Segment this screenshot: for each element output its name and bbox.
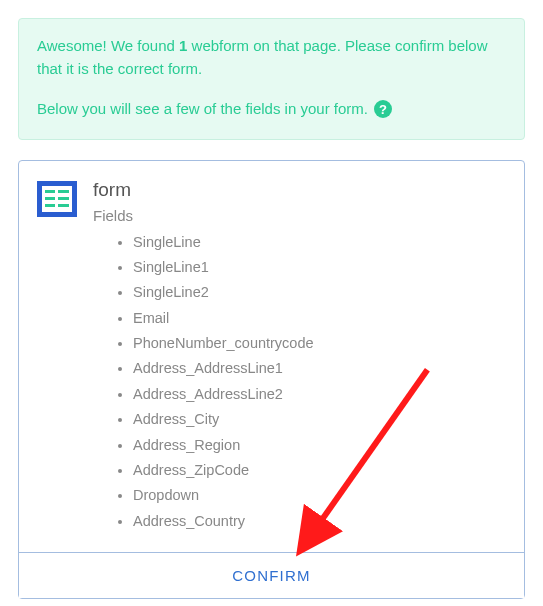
alert-primary-text: Awesome! We found 1 webform on that page… [37,35,506,80]
form-title: form [93,179,506,201]
list-item: SingleLine2 [133,280,506,305]
list-item: Address_ZipCode [133,458,506,483]
list-item: Email [133,306,506,331]
list-item: Dropdown [133,483,506,508]
alert-prefix: Awesome! We found [37,37,179,54]
form-card: form Fields SingleLine SingleLine1 Singl… [18,160,525,600]
svg-rect-6 [45,204,55,207]
fields-list: SingleLine SingleLine1 SingleLine2 Email… [93,230,506,535]
svg-rect-5 [58,197,69,200]
svg-rect-7 [58,204,69,207]
svg-rect-4 [45,197,55,200]
list-item: Address_Region [133,433,506,458]
list-item: SingleLine [133,230,506,255]
list-item: Address_AddressLine1 [133,356,506,381]
list-item: Address_Country [133,509,506,534]
alert-secondary-row: Below you will see a few of the fields i… [37,98,506,121]
list-item: Address_City [133,407,506,432]
svg-rect-2 [45,190,55,193]
help-icon[interactable]: ? [374,100,392,118]
confirm-button[interactable]: CONFIRM [19,552,524,598]
form-icon [37,181,77,217]
list-item: Address_AddressLine2 [133,382,506,407]
alert-secondary-text: Below you will see a few of the fields i… [37,98,368,121]
list-item: SingleLine1 [133,255,506,280]
fields-label: Fields [93,207,506,224]
form-card-body: form Fields SingleLine SingleLine1 Singl… [19,161,524,553]
form-content: form Fields SingleLine SingleLine1 Singl… [93,179,506,535]
list-item: PhoneNumber_countrycode [133,331,506,356]
alert-success-box: Awesome! We found 1 webform on that page… [18,18,525,140]
svg-rect-3 [58,190,69,193]
